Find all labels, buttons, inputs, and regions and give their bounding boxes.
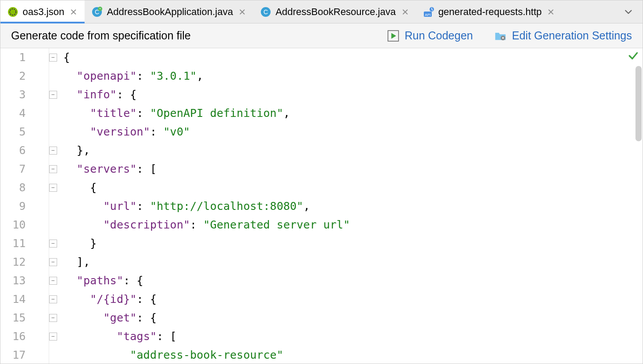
- run-codegen-label: Run Codegen: [405, 29, 473, 42]
- fold-toggle[interactable]: [49, 91, 57, 99]
- line-number: 14: [0, 290, 49, 309]
- fold-toggle[interactable]: [49, 295, 57, 303]
- toolbar-title: Generate code from specification file: [11, 29, 191, 42]
- line-number: 9: [0, 197, 49, 216]
- code-line: "tags": [: [63, 327, 643, 346]
- tab-label: generated-requests.http: [438, 6, 542, 18]
- code-line: "openapi": "3.0.1",: [63, 67, 643, 85]
- svg-text:C: C: [263, 8, 268, 15]
- tab-label: AddressBookApplication.java: [107, 6, 233, 18]
- tabs-rest: [562, 0, 643, 23]
- folder-gear-icon: [494, 30, 507, 42]
- tab-close-button[interactable]: [546, 8, 556, 16]
- java-class-icon: C: [260, 7, 271, 17]
- code-line: "servers": [: [63, 160, 643, 178]
- fold-toggle[interactable]: [49, 147, 57, 155]
- code-line: ],: [63, 253, 643, 271]
- tab-oas3-json[interactable]: oas3.json: [0, 0, 85, 23]
- tab-close-button[interactable]: [69, 8, 78, 16]
- line-number: 1: [0, 48, 49, 67]
- vertical-scrollbar[interactable]: [635, 66, 642, 141]
- tab-label: oas3.json: [23, 6, 64, 18]
- line-number: 8: [0, 178, 49, 197]
- line-number: 16: [0, 327, 49, 346]
- line-number: 6: [0, 141, 49, 160]
- editor-tabs: oas3.json C AddressBookApplication.java …: [0, 0, 643, 23]
- api-icon: API: [423, 7, 434, 17]
- code-line: "description": "Generated server url": [63, 216, 643, 234]
- fold-toggle[interactable]: [49, 333, 57, 341]
- tab-generated-requests[interactable]: API generated-requests.http: [416, 0, 562, 23]
- swagger-icon: [8, 7, 18, 17]
- line-number: 5: [0, 123, 49, 141]
- edit-settings-label: Edit Generation Settings: [512, 29, 632, 42]
- edit-generation-settings-button[interactable]: Edit Generation Settings: [494, 29, 632, 42]
- code-content: { "openapi": "3.0.1", "info": { "title":…: [49, 48, 643, 364]
- run-codegen-button[interactable]: Run Codegen: [387, 29, 473, 42]
- inspection-ok-icon[interactable]: [628, 50, 639, 62]
- line-number: 17: [0, 346, 49, 364]
- more-tabs-button[interactable]: [619, 0, 638, 23]
- editor-window: oas3.json C AddressBookApplication.java …: [0, 0, 643, 364]
- tab-addressbookapplication[interactable]: C AddressBookApplication.java: [85, 0, 253, 23]
- line-number: 3: [0, 85, 49, 104]
- code-line: "/{id}": {: [63, 290, 643, 309]
- codegen-toolbar: Generate code from specification file Ru…: [0, 23, 643, 48]
- line-number-gutter: 1 2 3 4 5 6 7 8 9 10 11 12 13 14 15 16 1…: [0, 48, 49, 364]
- svg-text:API: API: [425, 13, 430, 17]
- code-line: "version": "v0": [63, 123, 643, 141]
- fold-toggle[interactable]: [49, 314, 57, 322]
- line-number: 2: [0, 67, 49, 85]
- line-number: 7: [0, 160, 49, 178]
- line-number: 12: [0, 253, 49, 271]
- code-editor[interactable]: 1 2 3 4 5 6 7 8 9 10 11 12 13 14 15 16 1…: [0, 48, 643, 364]
- line-number: 13: [0, 271, 49, 290]
- run-icon: [387, 30, 399, 42]
- fold-toggle[interactable]: [49, 184, 57, 192]
- code-line: "paths": {: [63, 271, 643, 290]
- line-number: 15: [0, 309, 49, 327]
- fold-toggle[interactable]: [49, 240, 57, 248]
- line-number: 10: [0, 216, 49, 234]
- code-line: },: [63, 141, 643, 160]
- fold-column: [49, 48, 62, 364]
- code-line: "url": "http://localhost:8080",: [63, 197, 643, 216]
- code-line: "title": "OpenAPI definition",: [63, 104, 643, 123]
- svg-point-12: [502, 37, 504, 39]
- code-line: "get": {: [63, 309, 643, 327]
- fold-toggle[interactable]: [49, 165, 57, 173]
- code-line: }: [63, 234, 643, 253]
- line-number: 11: [0, 234, 49, 253]
- fold-toggle[interactable]: [49, 258, 57, 266]
- code-line: {: [63, 178, 643, 197]
- tab-label: AddressBookResource.java: [275, 6, 395, 18]
- code-line: "info": {: [63, 85, 643, 104]
- fold-toggle[interactable]: [49, 54, 57, 62]
- tab-close-button[interactable]: [400, 8, 410, 16]
- tab-addressbookresource[interactable]: C AddressBookResource.java: [253, 0, 416, 23]
- fold-toggle[interactable]: [49, 277, 57, 285]
- line-number: 4: [0, 104, 49, 123]
- tab-close-button[interactable]: [237, 8, 247, 16]
- java-class-icon: C: [92, 7, 102, 17]
- code-line: {: [63, 48, 643, 67]
- code-line: "address-book-resource": [63, 346, 643, 364]
